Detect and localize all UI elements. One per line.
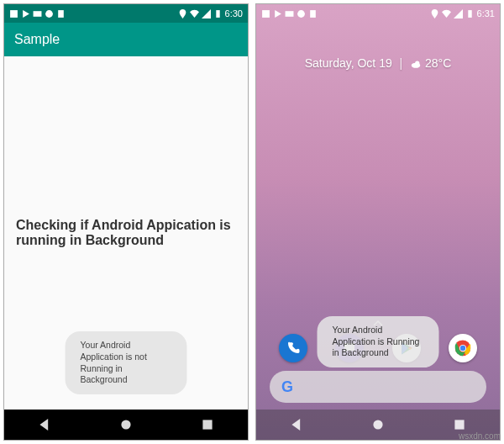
status-bar: 6:31 [256,4,500,23]
toast-text: Your Android Application is not Running … [81,340,147,384]
mail-icon [33,9,42,18]
svg-rect-9 [202,420,212,429]
svg-rect-0 [10,10,18,18]
svg-point-27 [373,420,382,429]
location-icon [178,9,187,18]
svg-marker-15 [454,9,463,18]
doc-icon [308,9,318,18]
svg-rect-16 [468,10,471,18]
svg-rect-14 [310,10,316,18]
home-button[interactable] [120,419,132,431]
home-wallpaper-area[interactable] [256,70,500,320]
back-button[interactable] [39,419,50,431]
circle-icon [297,9,306,18]
app-bar-title: Sample [14,32,60,47]
dock-chrome-app[interactable] [449,334,477,362]
svg-rect-28 [454,420,464,429]
chrome-icon [454,339,472,357]
svg-marker-5 [202,9,211,18]
date-text: Saturday, Oct 19 [305,56,392,70]
svg-point-18 [415,61,419,66]
signal-icon [454,9,463,18]
recent-button[interactable] [202,419,213,431]
svg-point-25 [460,346,465,351]
body-text: Checking if Android Appication is runnin… [16,218,236,248]
svg-rect-4 [58,10,64,18]
svg-rect-10 [262,10,270,18]
toast-text: Your Android Application is Running in B… [333,325,420,357]
svg-rect-2 [34,11,42,17]
dock-phone-app[interactable] [279,334,307,362]
wifi-icon [190,9,199,18]
app-bar: Sample [4,23,248,56]
phone-right-home: 6:31 Saturday, Oct 19 | 28°C G Your Andr… [255,3,501,441]
location-icon [430,9,439,18]
weather-text: 28°C [425,56,451,70]
svg-point-13 [297,10,305,18]
square-icon [261,9,270,18]
toast-message: Your Android Application is Running in B… [318,316,439,367]
svg-marker-11 [275,10,281,18]
play-icon [273,9,282,18]
clock: 6:31 [477,8,495,18]
google-logo-icon: G [281,378,293,396]
status-notification-icons [9,9,66,18]
doc-icon [56,9,66,18]
home-button[interactable] [372,419,384,431]
svg-rect-6 [216,10,219,18]
status-notification-icons [261,9,318,18]
battery-icon [213,9,223,18]
svg-marker-7 [40,419,49,431]
svg-point-3 [45,10,53,18]
wifi-icon [442,9,451,18]
status-system-icons: 6:30 [178,8,243,18]
google-search-bar[interactable]: G [270,371,486,403]
mail-icon [285,9,294,18]
phone-icon [286,341,301,356]
back-button[interactable] [291,419,302,431]
status-bar: 6:30 [4,4,248,23]
date-weather-widget[interactable]: Saturday, Oct 19 | 28°C [256,56,500,70]
phone-left-app: 6:30 Sample Checking if Android Appicati… [3,3,249,441]
cloud-icon [410,58,422,70]
navigation-bar [4,410,248,440]
recent-button[interactable] [454,419,465,431]
signal-icon [202,9,211,18]
navigation-bar [256,410,500,440]
svg-marker-1 [23,10,29,18]
status-system-icons: 6:31 [430,8,495,18]
circle-icon [45,9,54,18]
toast-message: Your Android Application is not Running … [66,331,187,394]
svg-marker-26 [292,419,301,431]
svg-rect-12 [286,11,294,17]
square-icon [9,9,18,18]
battery-icon [465,9,475,18]
play-icon [21,9,30,18]
separator: | [400,56,403,70]
svg-point-8 [121,420,130,429]
clock: 6:30 [225,8,243,18]
